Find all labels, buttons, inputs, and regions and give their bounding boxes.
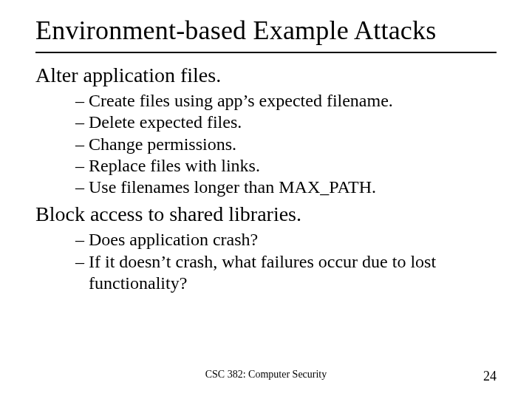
list-item: – Delete expected files. xyxy=(75,112,497,133)
slide: Environment-based Example Attacks Alter … xyxy=(0,0,532,399)
section-heading-1: Block access to shared libraries. xyxy=(35,202,497,226)
footer-page-number: 24 xyxy=(483,369,497,384)
dash-icon: – xyxy=(75,134,89,154)
section-0-items: – Create files using app’s expected file… xyxy=(75,90,497,198)
footer: CSC 382: Computer Security 24 xyxy=(0,369,532,384)
dash-icon: – xyxy=(75,156,89,175)
dash-icon: – xyxy=(75,230,89,249)
dash-icon: – xyxy=(75,112,89,132)
slide-title: Environment-based Example Attacks xyxy=(35,15,497,46)
list-item: – Create files using app’s expected file… xyxy=(75,90,497,112)
list-item: – Change permissions. xyxy=(75,134,497,155)
item-text: Does application crash? xyxy=(89,230,258,249)
title-underline xyxy=(35,52,497,53)
list-item: – If it doesn’t crash, what failures occ… xyxy=(75,251,497,295)
dash-icon: – xyxy=(75,177,89,197)
list-item: – Does application crash? xyxy=(75,229,497,250)
section-1-items: – Does application crash? – If it doesn’… xyxy=(75,229,497,294)
footer-course: CSC 382: Computer Security xyxy=(205,369,327,381)
item-text: Delete expected files. xyxy=(89,112,242,132)
section-heading-0: Alter application files. xyxy=(35,64,497,87)
item-text: Create files using app’s expected filena… xyxy=(89,91,393,110)
dash-icon: – xyxy=(75,91,89,110)
list-item: – Use filenames longer than MAX_PATH. xyxy=(75,177,497,198)
item-text: Change permissions. xyxy=(89,134,236,154)
list-item: – Replace files with links. xyxy=(75,155,497,177)
item-text: If it doesn’t crash, what failures occur… xyxy=(89,252,436,293)
item-text: Use filenames longer than MAX_PATH. xyxy=(89,177,376,197)
dash-icon: – xyxy=(75,252,89,271)
item-text: Replace files with links. xyxy=(89,156,260,175)
